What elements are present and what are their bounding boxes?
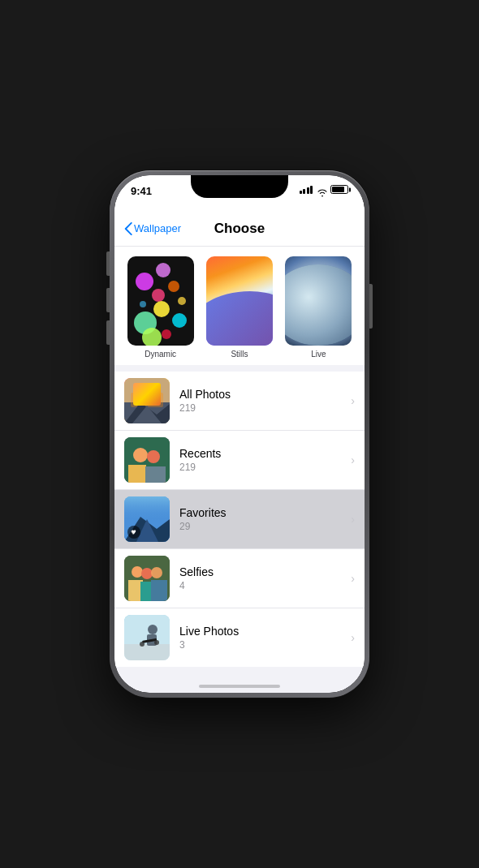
recents-chevron: ›: [351, 453, 355, 466]
phone-frame: 9:41: [110, 170, 369, 698]
wallpaper-dynamic[interactable]: Dynamic: [124, 256, 196, 359]
svg-point-2: [136, 388, 158, 404]
svg-text:♥: ♥: [131, 528, 135, 536]
all-photos-chevron: ›: [351, 394, 355, 407]
album-list: All Photos 219 ›: [114, 372, 365, 667]
favorites-thumb: ♥: [124, 496, 170, 542]
svg-point-22: [151, 567, 162, 578]
svg-rect-3: [131, 393, 163, 407]
all-photos-info: All Photos 219: [179, 388, 351, 414]
favorites-chevron: ›: [351, 513, 355, 526]
live-photos-thumb: [124, 615, 170, 660]
favorites-info: Favorites 29: [179, 506, 351, 532]
recents-count: 219: [179, 462, 351, 473]
live-photos-name: Live Photos: [179, 625, 351, 638]
album-selfies[interactable]: Selfies 4 ›: [114, 549, 365, 608]
svg-rect-25: [151, 580, 167, 601]
dynamic-label: Dynamic: [145, 350, 176, 359]
wallpaper-live[interactable]: Live: [283, 256, 355, 359]
stills-thumb: [206, 256, 273, 346]
selfies-name: Selfies: [179, 565, 351, 578]
svg-rect-11: [128, 465, 146, 483]
content-area: Dynamic Stills: [114, 247, 365, 693]
svg-point-20: [132, 566, 143, 578]
favorites-name: Favorites: [179, 506, 351, 519]
status-icons: [300, 185, 349, 194]
svg-rect-16: [124, 496, 170, 521]
svg-point-28: [148, 625, 158, 634]
back-button[interactable]: Wallpaper: [124, 222, 181, 235]
status-bar: 9:41: [114, 175, 365, 211]
live-photos-chevron: ›: [351, 631, 355, 644]
stills-label: Stills: [231, 350, 248, 359]
notch: [191, 175, 288, 198]
status-time: 9:41: [131, 185, 152, 197]
svg-point-7: [133, 448, 148, 462]
all-photos-name: All Photos: [179, 388, 351, 401]
live-photos-count: 3: [179, 639, 351, 651]
svg-point-31: [140, 642, 145, 647]
svg-rect-27: [124, 644, 170, 660]
album-recents[interactable]: Recents 219 ›: [114, 431, 365, 490]
wallpaper-previews: Dynamic Stills: [114, 247, 365, 365]
navigation-bar: Wallpaper Choose: [114, 211, 365, 247]
selfies-thumb: [124, 556, 170, 601]
svg-rect-12: [145, 466, 166, 483]
album-live-photos[interactable]: Live Photos 3 ›: [114, 608, 365, 667]
album-favorites[interactable]: ♥ Favorites 29 ›: [114, 490, 365, 549]
svg-point-8: [147, 450, 160, 463]
back-label: Wallpaper: [134, 222, 181, 234]
live-thumb: [285, 256, 352, 346]
selfies-chevron: ›: [351, 572, 355, 585]
recents-thumb: [124, 437, 170, 483]
page-title: Choose: [214, 221, 265, 237]
live-label: Live: [311, 350, 326, 359]
battery-icon: [330, 185, 348, 194]
recents-info: Recents 219: [179, 447, 351, 473]
home-indicator: [199, 685, 280, 688]
selfies-info: Selfies 4: [179, 565, 351, 591]
phone-inner: 9:41: [114, 175, 365, 693]
signal-icon: [300, 186, 313, 194]
selfies-count: 4: [179, 580, 351, 591]
svg-point-21: [141, 568, 153, 579]
live-photos-info: Live Photos 3: [179, 625, 351, 651]
dynamic-thumb: [127, 256, 194, 346]
wallpaper-stills[interactable]: Stills: [203, 256, 275, 359]
all-photos-thumb: [124, 378, 170, 423]
all-photos-count: 219: [179, 402, 351, 414]
wifi-icon: [317, 186, 326, 194]
svg-point-32: [154, 640, 159, 645]
album-all-photos[interactable]: All Photos 219 ›: [114, 372, 365, 431]
screen: 9:41: [114, 175, 365, 693]
svg-point-17: [127, 526, 140, 539]
recents-name: Recents: [179, 447, 351, 460]
favorites-count: 29: [179, 521, 351, 532]
